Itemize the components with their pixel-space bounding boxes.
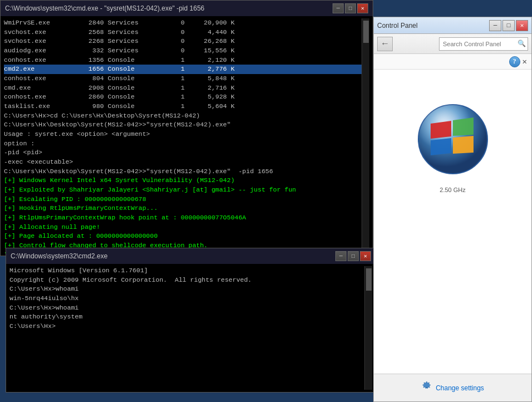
cmd-minimize-2[interactable]: ─ (335, 251, 346, 261)
cmd-title-1: C:\Windows\system32\cmd.exe - "sysret(MS… (5, 4, 204, 12)
cmd-titlebar-left-2: C:\Windows\system32\cmd2.exe (11, 251, 108, 261)
cmd-line: conhost.exe 1356 Console 1 2,120 K (4, 56, 362, 65)
cmd-minimize-1[interactable]: ─ (333, 3, 344, 13)
control-panel-window: Control Panel ─ □ ✕ ← 🔍 ? ✕ (373, 17, 532, 402)
cp-processor-text: 2.50 GHz (440, 187, 465, 193)
cmd-line: nt authority\system (9, 312, 364, 322)
cp-titlebar-controls: ─ □ ✕ (489, 20, 528, 31)
cmd-line: win-5nrq44iulso\hx (9, 294, 364, 303)
cp-toolbar: ← 🔍 (374, 34, 531, 54)
cmd-title-2: C:\Windows\system32\cmd2.exe (11, 252, 108, 260)
cmd-titlebar-2: C:\Windows\system32\cmd2.exe ─ □ ✕ (6, 248, 375, 264)
cp-minimize[interactable]: ─ (489, 20, 501, 31)
cmd-line: svchost.exe 2268 Services 0 26,268 K (4, 37, 362, 46)
cp-back-button[interactable]: ← (377, 37, 393, 51)
cmd-body-1: WmiPrvSE.exe 2840 Services 0 20,900 Ksvc… (1, 16, 373, 256)
cmd-line: tasklist.exe 980 Console 1 5,604 K (4, 102, 362, 111)
cmd-line: cmd.exe 2908 Console 1 2,716 K (4, 84, 362, 93)
cmd-line: Usage : sysret.exe <option> <argument> (4, 130, 362, 139)
cmd-window-2: C:\Windows\system32\cmd2.exe ─ □ ✕ Micro… (6, 248, 376, 393)
cp-help-button[interactable]: ? (509, 56, 520, 67)
cp-search-box: 🔍 (439, 37, 528, 51)
cmd-line: [+] Windows Kernel Intel x64 Sysret Vuln… (4, 176, 362, 185)
cmd-line: conhost.exe 2860 Console 1 5,928 K (4, 92, 362, 102)
cmd-line: C:\Users\Hx\Desktop\Sysret(MS12-042>>"sy… (4, 120, 362, 130)
cmd-line: audiodg.exe 332 Services 0 15,556 K (4, 46, 362, 56)
cmd-titlebar-1: C:\Windows\system32\cmd.exe - "sysret(MS… (1, 1, 373, 16)
cmd-line: svchost.exe 2568 Services 0 4,440 K (4, 28, 362, 37)
cmd-line: [+] Escalating PID : 0000000000000678 (4, 195, 362, 204)
cp-title: Control Panel (377, 22, 418, 30)
cp-body: 2.50 GHz (374, 70, 531, 374)
cmd-line: conhost.exe 804 Console 1 5,848 K (4, 74, 362, 84)
cp-titlebar-left: Control Panel (377, 22, 418, 30)
cmd-line: option : (4, 139, 362, 149)
cmd-line: C:\Users\Hx> (9, 322, 364, 331)
cmd-line: C:\Users\Hx\Desktop\Sysret(MS12-042>>"sy… (4, 167, 362, 177)
cmd-line: C:\Users\Hx>cd C:\Users\Hx\Desktop\Sysre… (4, 111, 362, 121)
cmd-maximize-1[interactable]: □ (345, 3, 356, 13)
cmd-line: WmiPrvSE.exe 2840 Services 0 20,900 K (4, 18, 362, 28)
change-settings-link[interactable]: Change settings (436, 384, 484, 392)
cp-search-input[interactable] (443, 41, 515, 47)
cmd-scroll-thumb-2[interactable] (366, 268, 372, 291)
cmd-scrollbar-1[interactable] (362, 18, 369, 253)
cmd-line: Microsoft Windows [Version 6.1.7601] (9, 266, 364, 276)
cmd-close-2[interactable]: ✕ (360, 251, 371, 261)
cmd-line: [+] RtlpUmsPrimaryContextWrap hook point… (4, 213, 362, 223)
cp-close[interactable]: ✕ (516, 20, 528, 31)
cmd-line: cmd2.exe 1656 Console 1 2,776 K (4, 65, 362, 74)
cmd-text-area-1: WmiPrvSE.exe 2840 Services 0 20,900 Ksvc… (4, 18, 362, 253)
cmd-controls-1: ─ □ ✕ (333, 3, 368, 13)
cmd-titlebar-left-1: C:\Windows\system32\cmd.exe - "sysret(MS… (5, 3, 204, 13)
cmd-window-1: C:\Windows\system32\cmd.exe - "sysret(MS… (0, 0, 373, 256)
cmd-line: [+] Hooking RtlpUmsPrimaryContextWrap... (4, 204, 362, 213)
cmd-line: -pid <pid> (4, 148, 362, 158)
cp-maximize[interactable]: □ (502, 20, 515, 31)
cp-close-icon[interactable]: ✕ (523, 57, 527, 66)
windows-logo (417, 103, 489, 175)
cmd-line: -exec <executable> (4, 158, 362, 167)
cp-help-bar: ? ✕ (374, 54, 531, 70)
cmd-line: [+] Allocating null page! (4, 223, 362, 232)
cmd-text-area-2: Microsoft Windows [Version 6.1.7601]Copy… (9, 266, 364, 390)
cmd-line: C:\Users\Hx>whoami (9, 303, 364, 313)
cmd-close-1[interactable]: ✕ (357, 3, 368, 13)
cp-footer: Change settings (374, 374, 531, 401)
cmd-body-2: Microsoft Windows [Version 6.1.7601]Copy… (6, 264, 375, 392)
cmd-scroll-thumb-1[interactable] (363, 21, 369, 43)
cmd-controls-2: ─ □ ✕ (335, 251, 371, 261)
search-icon: 🔍 (518, 40, 526, 48)
cp-titlebar: Control Panel ─ □ ✕ (374, 17, 531, 34)
settings-icon (421, 381, 432, 395)
cmd-scrollbar-2[interactable] (364, 266, 372, 390)
cmd-line: [+] Exploited by Shahriyar Jalayeri <Sha… (4, 185, 362, 195)
cmd-line: [+] Page allocated at : 0000000000000000 (4, 232, 362, 241)
cmd-line: Copyright (c) 2009 Microsoft Corporation… (9, 276, 364, 285)
cmd-maximize-2[interactable]: □ (348, 251, 359, 261)
cmd-line: C:\Users\Hx>whoami (9, 285, 364, 294)
